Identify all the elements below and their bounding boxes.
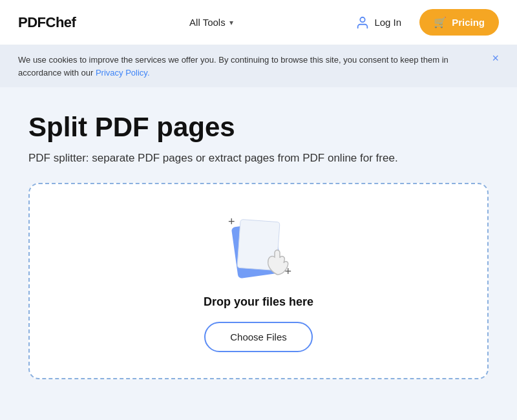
pricing-button[interactable]: 🛒 Pricing bbox=[419, 9, 499, 36]
privacy-policy-link[interactable]: Privacy Policy. bbox=[96, 68, 150, 78]
upload-illustration: + + bbox=[223, 210, 294, 281]
page-subtitle: PDF splitter: separate PDF pages or extr… bbox=[28, 152, 489, 165]
pricing-label: Pricing bbox=[452, 17, 485, 28]
nav-right: Log In 🛒 Pricing bbox=[346, 9, 499, 36]
page-title: Split PDF pages bbox=[28, 112, 489, 143]
plus-icon-topleft: + bbox=[228, 215, 235, 229]
cookie-banner: We use cookies to improve the services w… bbox=[0, 45, 517, 87]
login-button[interactable]: Log In bbox=[346, 10, 410, 35]
cookie-close-button[interactable]: × bbox=[492, 52, 499, 64]
chevron-down-icon: ▾ bbox=[229, 18, 233, 27]
cart-icon: 🛒 bbox=[434, 16, 447, 28]
user-icon bbox=[355, 16, 370, 30]
choose-files-button[interactable]: Choose Files bbox=[204, 322, 313, 352]
login-label: Log In bbox=[374, 17, 401, 28]
all-tools-menu[interactable]: All Tools ▾ bbox=[189, 17, 233, 28]
drop-zone[interactable]: + + Drop your files here Choose Files bbox=[28, 183, 489, 379]
drop-label: Drop your files here bbox=[204, 295, 313, 309]
cookie-text: We use cookies to improve the services w… bbox=[18, 54, 480, 79]
svg-point-0 bbox=[361, 17, 365, 21]
all-tools-label: All Tools bbox=[189, 17, 226, 28]
main-content: Split PDF pages PDF splitter: separate P… bbox=[0, 87, 517, 379]
plus-icon-bottomright: + bbox=[284, 265, 291, 278]
header: PDFChef All Tools ▾ Log In 🛒 Pricing bbox=[0, 0, 517, 45]
logo: PDFChef bbox=[18, 14, 76, 31]
